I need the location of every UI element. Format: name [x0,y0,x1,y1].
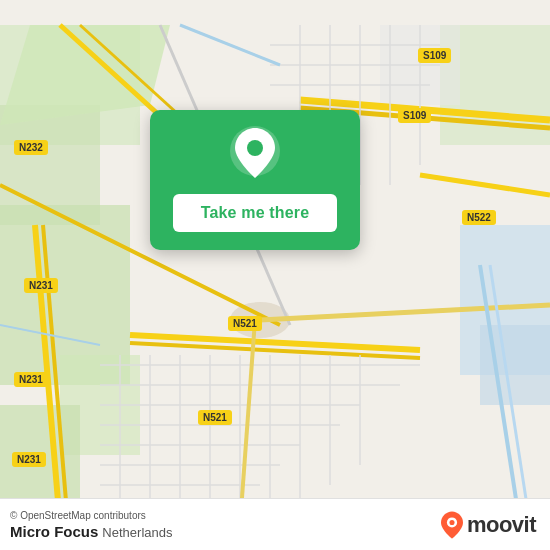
bottom-left: © OpenStreetMap contributors Micro Focus… [10,510,172,540]
moovit-logo: moovit [441,511,536,539]
road-label-n521b: N521 [198,410,232,425]
road-label-n231a: N231 [24,278,58,293]
bottom-bar: © OpenStreetMap contributors Micro Focus… [0,498,550,550]
moovit-text: moovit [467,512,536,538]
road-label-n521: N521 [228,316,262,331]
country-label: Netherlands [102,525,172,540]
popup-card: Take me there [150,110,360,250]
road-label-n522: N522 [462,210,496,225]
road-label-n232: N232 [14,140,48,155]
road-label-s109a: S109 [418,48,451,63]
road-label-n231b: N231 [14,372,48,387]
svg-point-54 [247,140,263,156]
take-me-there-button[interactable]: Take me there [173,194,338,232]
road-label-s109b: S109 [398,108,431,123]
osm-attribution: © OpenStreetMap contributors [10,510,172,521]
svg-point-56 [449,519,454,524]
road-label-n231c: N231 [12,452,46,467]
location-name: Micro Focus [10,523,98,540]
location-pin-icon [230,126,280,184]
location-icon-wrap [228,128,282,182]
map-background [0,0,550,550]
map-container: S109 S109 N232 N522 N231 N521 N231 N521 … [0,0,550,550]
moovit-pin-icon [441,511,463,539]
